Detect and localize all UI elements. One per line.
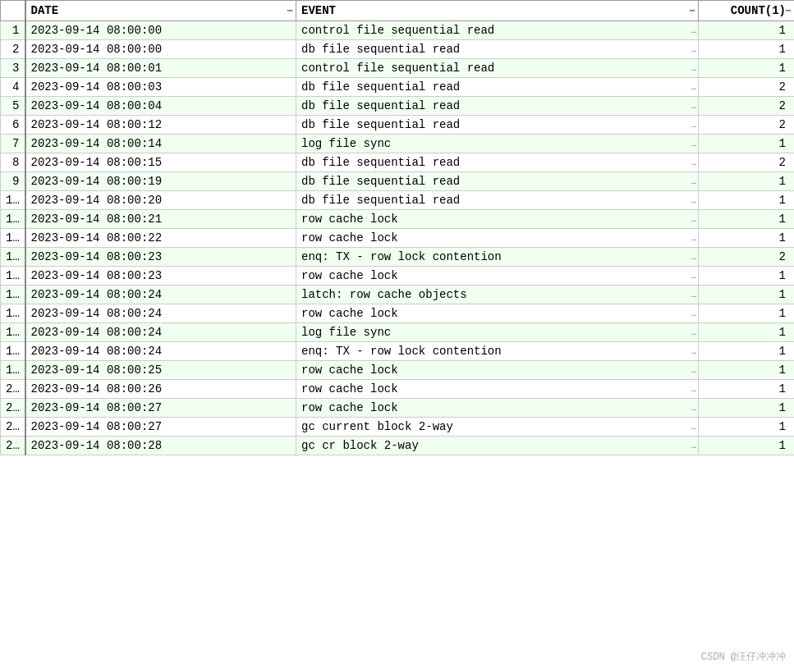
cell-count: 1 xyxy=(699,267,795,286)
cell-count: 2 xyxy=(699,97,795,116)
overflow-indicator: … xyxy=(691,158,696,167)
table-row: 112023-09-14 08:00:21row cache lock…1 xyxy=(1,210,795,229)
cell-event: row cache lock… xyxy=(296,399,699,418)
cell-event: row cache lock… xyxy=(296,361,699,380)
overflow-indicator: … xyxy=(691,215,696,224)
sort-icon-event: ⋯ xyxy=(690,6,695,16)
cell-event: db file sequential read… xyxy=(296,116,699,135)
overflow-indicator: … xyxy=(691,26,696,35)
cell-event: row cache lock… xyxy=(296,210,699,229)
cell-event: gc cr block 2-way… xyxy=(296,437,699,455)
col-header-date[interactable]: DATE ⋯ xyxy=(25,1,296,21)
table-row: 132023-09-14 08:00:23enq: TX - row lock … xyxy=(1,248,795,267)
table-row: 72023-09-14 08:00:14log file sync…1 xyxy=(1,135,795,153)
col-header-count[interactable]: COUNT(1) ⋯ xyxy=(699,1,795,21)
cell-date: 2023-09-14 08:00:19 xyxy=(25,172,296,191)
table-row: 222023-09-14 08:00:27gc current block 2-… xyxy=(1,418,795,437)
cell-rownum: 1 xyxy=(1,21,25,40)
table-body: 12023-09-14 08:00:00control file sequent… xyxy=(1,21,795,455)
overflow-indicator: … xyxy=(691,177,696,186)
overflow-indicator: … xyxy=(691,309,696,318)
cell-date: 2023-09-14 08:00:00 xyxy=(25,40,296,59)
table-row: 12023-09-14 08:00:00control file sequent… xyxy=(1,21,795,40)
cell-count: 1 xyxy=(699,323,795,342)
table-row: 182023-09-14 08:00:24enq: TX - row lock … xyxy=(1,342,795,361)
cell-count: 1 xyxy=(699,399,795,418)
overflow-indicator: … xyxy=(691,253,696,262)
cell-rownum: 5 xyxy=(1,97,25,116)
cell-date: 2023-09-14 08:00:24 xyxy=(25,323,296,342)
cell-count: 2 xyxy=(699,116,795,135)
overflow-indicator: … xyxy=(691,45,696,54)
cell-date: 2023-09-14 08:00:24 xyxy=(25,342,296,361)
cell-count: 1 xyxy=(699,191,795,210)
overflow-indicator: … xyxy=(691,441,696,450)
cell-count: 1 xyxy=(699,210,795,229)
cell-event: db file sequential read… xyxy=(296,153,699,172)
cell-rownum: 2 xyxy=(1,40,25,59)
cell-event: db file sequential read… xyxy=(296,172,699,191)
main-table-container: DATE ⋯ EVENT ⋯ COUNT(1) ⋯ 12023-09-14 08… xyxy=(0,0,794,455)
table-row: 152023-09-14 08:00:24latch: row cache ob… xyxy=(1,286,795,304)
cell-count: 1 xyxy=(699,437,795,455)
cell-date: 2023-09-14 08:00:25 xyxy=(25,361,296,380)
table-row: 122023-09-14 08:00:22row cache lock…1 xyxy=(1,229,795,248)
table-row: 62023-09-14 08:00:12db file sequential r… xyxy=(1,116,795,135)
cell-date: 2023-09-14 08:00:20 xyxy=(25,191,296,210)
cell-rownum: 13 xyxy=(1,248,25,267)
cell-rownum: 8 xyxy=(1,153,25,172)
cell-date: 2023-09-14 08:00:24 xyxy=(25,304,296,323)
cell-date: 2023-09-14 08:00:00 xyxy=(25,21,296,40)
cell-rownum: 20 xyxy=(1,380,25,399)
cell-count: 1 xyxy=(699,229,795,248)
cell-rownum: 18 xyxy=(1,342,25,361)
cell-event: db file sequential read… xyxy=(296,40,699,59)
table-row: 232023-09-14 08:00:28gc cr block 2-way…1 xyxy=(1,437,795,455)
overflow-indicator: … xyxy=(691,64,696,73)
cell-date: 2023-09-14 08:00:27 xyxy=(25,418,296,437)
cell-rownum: 7 xyxy=(1,135,25,153)
cell-count: 1 xyxy=(699,172,795,191)
cell-event: db file sequential read… xyxy=(296,97,699,116)
cell-count: 2 xyxy=(699,78,795,97)
cell-count: 1 xyxy=(699,59,795,78)
cell-count: 1 xyxy=(699,21,795,40)
table-row: 92023-09-14 08:00:19db file sequential r… xyxy=(1,172,795,191)
overflow-indicator: … xyxy=(691,272,696,281)
cell-date: 2023-09-14 08:00:14 xyxy=(25,135,296,153)
overflow-indicator: … xyxy=(691,121,696,130)
table-row: 172023-09-14 08:00:24log file sync…1 xyxy=(1,323,795,342)
cell-rownum: 14 xyxy=(1,267,25,286)
cell-rownum: 15 xyxy=(1,286,25,304)
cell-date: 2023-09-14 08:00:12 xyxy=(25,116,296,135)
cell-count: 1 xyxy=(699,286,795,304)
cell-count: 1 xyxy=(699,380,795,399)
cell-event: log file sync… xyxy=(296,135,699,153)
cell-event: enq: TX - row lock contention… xyxy=(296,248,699,267)
cell-rownum: 3 xyxy=(1,59,25,78)
cell-event: row cache lock… xyxy=(296,380,699,399)
cell-date: 2023-09-14 08:00:03 xyxy=(25,78,296,97)
header-row: DATE ⋯ EVENT ⋯ COUNT(1) ⋯ xyxy=(1,1,795,21)
cell-event: db file sequential read… xyxy=(296,78,699,97)
data-table: DATE ⋯ EVENT ⋯ COUNT(1) ⋯ 12023-09-14 08… xyxy=(0,0,794,455)
overflow-indicator: … xyxy=(691,347,696,356)
overflow-indicator: … xyxy=(691,366,696,375)
table-row: 192023-09-14 08:00:25row cache lock…1 xyxy=(1,361,795,380)
cell-count: 2 xyxy=(699,153,795,172)
cell-date: 2023-09-14 08:00:27 xyxy=(25,399,296,418)
cell-event: db file sequential read… xyxy=(296,191,699,210)
cell-date: 2023-09-14 08:00:23 xyxy=(25,248,296,267)
cell-rownum: 19 xyxy=(1,361,25,380)
col-header-event[interactable]: EVENT ⋯ xyxy=(296,1,699,21)
overflow-indicator: … xyxy=(691,139,696,149)
table-row: 52023-09-14 08:00:04db file sequential r… xyxy=(1,97,795,116)
sort-icon-count: ⋯ xyxy=(786,6,791,16)
cell-count: 1 xyxy=(699,361,795,380)
table-row: 32023-09-14 08:00:01control file sequent… xyxy=(1,59,795,78)
cell-event: control file sequential read… xyxy=(296,59,699,78)
overflow-indicator: … xyxy=(691,234,696,243)
cell-event: gc current block 2-way… xyxy=(296,418,699,437)
cell-date: 2023-09-14 08:00:22 xyxy=(25,229,296,248)
cell-event: row cache lock… xyxy=(296,229,699,248)
